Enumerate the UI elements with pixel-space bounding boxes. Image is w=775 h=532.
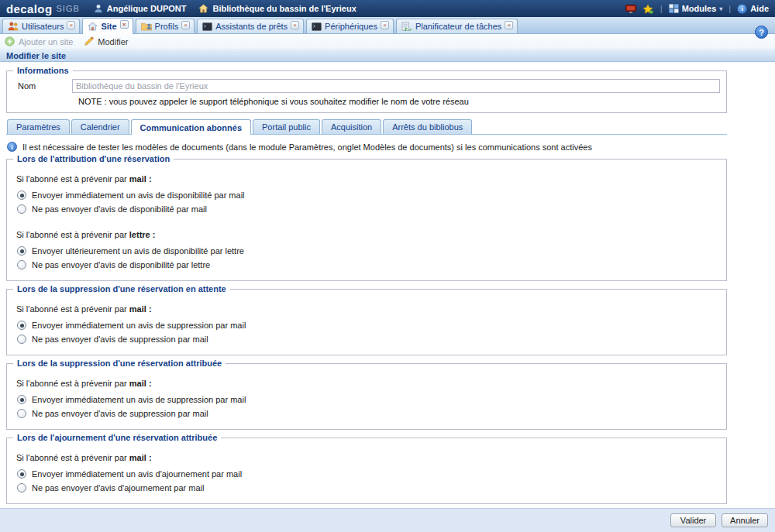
tab-parametres[interactable]: Paramètres	[7, 119, 70, 134]
radio-label[interactable]: Envoyer immédiatement un avis d'ajournem…	[32, 469, 242, 479]
radio-button[interactable]	[17, 335, 26, 344]
prompt-channel: mail :	[129, 174, 152, 184]
radio-label[interactable]: Ne pas envoyer d'avis d'ajournement par …	[32, 483, 204, 493]
tab-communication-abonnes[interactable]: Communication abonnés	[131, 119, 251, 135]
radio-button[interactable]	[17, 204, 26, 214]
tab-label: Portail public	[262, 122, 311, 132]
tab-peripheriques[interactable]: Périphériques ×	[306, 19, 394, 33]
topbar: decalog SIGB Angélique DUPONT Bibliothèq…	[0, 0, 775, 17]
modules-button[interactable]: Modules ▾	[669, 4, 723, 13]
tab-label: Utilisateurs	[22, 22, 64, 31]
notify-prompt: Si l'abonné est à prévenir par lettre :	[16, 230, 720, 239]
close-icon[interactable]: ×	[120, 20, 129, 29]
current-user[interactable]: Angélique DUPONT	[94, 4, 187, 13]
tab-arrets-du-bibliobus[interactable]: Arrêts du bibliobus	[383, 119, 472, 134]
close-icon[interactable]: ×	[291, 21, 299, 29]
radio-label[interactable]: Ne pas envoyer d'avis de disponibilité p…	[32, 260, 210, 269]
radio-button-selected[interactable]	[17, 469, 26, 479]
prompt-channel: mail :	[129, 379, 152, 388]
tab-label: Assistants de prêts	[215, 22, 288, 31]
add-site-label: Ajouter un site	[19, 37, 73, 46]
radio-option[interactable]: Ne pas envoyer d'avis d'ajournement par …	[17, 482, 720, 494]
tab-profils[interactable]: Profils ×	[136, 19, 195, 33]
tab-assistants-de-prets[interactable]: Assistants de prêts ×	[197, 19, 304, 33]
notify-prompt: Si l'abonné est à prévenir par mail :	[16, 453, 720, 462]
tab-portail-public[interactable]: Portail public	[253, 119, 320, 134]
radio-option[interactable]: Envoyer immédiatement un avis d'ajournem…	[17, 468, 720, 480]
fieldset-legend: Lors de la suppression d'une réservation…	[13, 284, 230, 293]
tab-label: Profils	[155, 22, 179, 31]
help-button[interactable]: i Aide	[737, 4, 769, 14]
tab-utilisateurs[interactable]: Utilisateurs ×	[2, 19, 80, 33]
site-name-input[interactable]	[72, 79, 720, 93]
help-circle-icon[interactable]: ?	[755, 26, 768, 39]
radio-option[interactable]: Ne pas envoyer d'avis de suppression par…	[17, 407, 720, 420]
close-icon[interactable]: ×	[67, 21, 75, 29]
separator: |	[728, 4, 731, 13]
radio-option[interactable]: Ne pas envoyer d'avis de disponibilité p…	[17, 203, 720, 215]
app-logo: decalog	[6, 2, 52, 15]
toolbar: Ajouter un site Modifier	[0, 34, 775, 50]
radio-option[interactable]: Envoyer immédiatement un avis de disponi…	[17, 189, 720, 201]
validate-button[interactable]: Valider	[670, 513, 716, 527]
tab-calendrier[interactable]: Calendrier	[71, 119, 129, 134]
fieldset-legend: Lors de l'attribution d'une réservation	[13, 154, 174, 163]
tab-label: Site	[101, 22, 116, 31]
main-content: Informations Nom NOTE : vous pouvez appe…	[0, 62, 775, 504]
favorites-star-icon[interactable]	[642, 4, 654, 14]
radio-label[interactable]: Envoyer immédiatement un avis de suppres…	[32, 321, 246, 330]
tab-label: Communication abonnés	[140, 123, 242, 132]
close-icon[interactable]: ×	[505, 21, 513, 29]
page-title: Modifier le site	[0, 50, 775, 62]
radio-button-selected[interactable]	[17, 395, 26, 404]
info-icon: i	[7, 142, 17, 152]
radio-button-selected[interactable]	[17, 246, 26, 256]
prompt-text: Si l'abonné est à prévenir par	[16, 304, 129, 314]
section-ajournement-attribuee: Lors de l'ajournement d'une réservation …	[6, 438, 727, 504]
radio-option[interactable]: Ne pas envoyer d'avis de disponibilité p…	[17, 259, 720, 271]
radio-button-selected[interactable]	[17, 321, 26, 330]
radio-label[interactable]: Ne pas envoyer d'avis de suppression par…	[32, 335, 208, 344]
radio-label[interactable]: Ne pas envoyer d'avis de suppression par…	[32, 409, 208, 418]
chevron-down-icon: ▾	[719, 5, 722, 12]
help-label: Aide	[750, 4, 769, 13]
fieldset-legend: Lors de l'ajournement d'une réservation …	[13, 433, 221, 442]
radio-label[interactable]: Envoyer immédiatement un avis de suppres…	[32, 395, 246, 404]
terminal-icon	[312, 22, 322, 31]
section-attribution-reservation: Lors de l'attribution d'une réservation …	[6, 159, 727, 281]
radio-button-selected[interactable]	[17, 190, 26, 200]
footer-bar: Valider Annuler	[0, 508, 775, 532]
close-icon[interactable]: ×	[181, 21, 190, 29]
radio-label[interactable]: Ne pas envoyer d'avis de disponibilité p…	[32, 204, 207, 214]
radio-option[interactable]: Envoyer ultérieurement un avis de dispon…	[17, 245, 720, 257]
radio-option[interactable]: Envoyer immédiatement un avis de suppres…	[17, 393, 720, 406]
radio-button[interactable]	[17, 260, 26, 269]
separator: |	[660, 4, 663, 13]
fieldset-legend: Lors de la suppression d'une réservation…	[13, 359, 226, 368]
section-suppression-attente: Lors de la suppression d'une réservation…	[6, 289, 727, 355]
radio-option[interactable]: Ne pas envoyer d'avis de suppression par…	[17, 333, 720, 345]
informations-fieldset: Informations Nom NOTE : vous pouvez appe…	[6, 70, 727, 113]
site-tabstrip: Paramètres Calendrier Communication abon…	[6, 118, 727, 135]
user-icon	[94, 4, 103, 13]
current-site[interactable]: Bibliothèque du bassin de l'Eyrieux	[198, 4, 356, 13]
radio-option[interactable]: Envoyer immédiatement un avis de suppres…	[17, 319, 720, 331]
tab-label: Planificateur de tâches	[415, 22, 501, 31]
close-icon[interactable]: ×	[381, 21, 389, 29]
edit-button[interactable]: Modifier	[84, 36, 128, 46]
cancel-button[interactable]: Annuler	[722, 513, 768, 527]
radio-button[interactable]	[17, 483, 26, 493]
tab-acquisition[interactable]: Acquisition	[322, 119, 381, 134]
modules-grid-icon	[669, 4, 679, 13]
radio-label[interactable]: Envoyer ultérieurement un avis de dispon…	[32, 246, 244, 256]
tab-planificateur-de-taches[interactable]: Planificateur de tâches ×	[396, 19, 518, 33]
tab-label: Paramètres	[16, 122, 60, 132]
tab-site[interactable]: Site ×	[82, 18, 133, 34]
add-site-button[interactable]: Ajouter un site	[5, 36, 73, 46]
radio-label[interactable]: Envoyer immédiatement un avis de disponi…	[32, 190, 245, 200]
remote-support-icon[interactable]	[625, 5, 636, 13]
prompt-channel: mail :	[129, 453, 152, 462]
home-icon	[198, 4, 208, 13]
radio-button[interactable]	[17, 409, 26, 418]
scheduler-icon	[401, 22, 412, 31]
